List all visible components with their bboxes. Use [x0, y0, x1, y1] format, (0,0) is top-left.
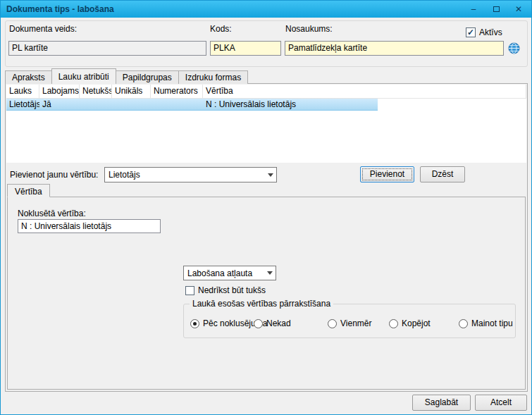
cell-unikals [112, 99, 151, 110]
add-value-label: Pievienot jaunu vērtību: [10, 170, 98, 180]
radio-vienmer[interactable]: Vienmēr [328, 318, 371, 328]
minimize-button[interactable]: – [462, 1, 485, 18]
radio-nekad[interactable]: Nekad [254, 318, 291, 328]
vertiba-panel: Noklusētā vērtība: N : Universālais liet… [7, 197, 526, 390]
kods-field[interactable]: PLKA [210, 41, 281, 56]
radio-label: Nekad [266, 318, 291, 328]
dokumenta-veids-field[interactable]: PL kartīte [8, 41, 206, 56]
overwrite-group-title: Laukā esošas vērtības pārrakstīšana [190, 299, 333, 309]
cell-labojams: Jā [39, 99, 80, 110]
tab-lauku-atributi[interactable]: Lauku atribūti [51, 68, 116, 84]
radio-icon [190, 319, 199, 328]
column-lauks[interactable]: Lauks [6, 85, 39, 99]
aktivs-checkbox[interactable]: Aktīvs [466, 27, 502, 37]
radio-icon [389, 319, 398, 328]
column-numerators[interactable]: Numerators [151, 85, 203, 99]
main-tabs: Apraksts Lauku atribūti Papildgrupas Izd… [5, 69, 247, 84]
cell-netukss [80, 99, 112, 110]
not-empty-label: Nedrīkst būt tukšs [198, 285, 266, 295]
chevron-down-icon [264, 266, 276, 280]
nosaukums-field[interactable]: Pamatlīdzekļa kartīte [285, 41, 504, 56]
atcelt-button[interactable]: Atcelt [475, 395, 527, 411]
radio-icon [459, 319, 468, 328]
column-vertiba[interactable]: Vērtība [203, 85, 526, 99]
maximize-button[interactable] [485, 1, 507, 18]
pievienot-button[interactable]: Pievienot [360, 166, 414, 182]
edit-mode-combo[interactable]: Labošana atļauta [183, 266, 276, 280]
lauku-atributi-panel: Lauks Labojams Netukšs Unikāls Numerator… [5, 83, 528, 392]
fields-listview: Lauks Labojams Netukšs Unikāls Numerator… [6, 85, 526, 163]
aktivs-label: Aktīvs [479, 27, 502, 37]
add-value-combo[interactable]: Lietotājs [104, 167, 277, 182]
tab-apraksts[interactable]: Apraksts [5, 70, 52, 84]
not-empty-checkbox[interactable]: Nedrīkst būt tukšs [185, 285, 266, 295]
globe-icon[interactable] [508, 42, 520, 54]
dokumenta-veids-label: Dokumenta veids: [9, 24, 77, 34]
column-labojams[interactable]: Labojams [39, 85, 80, 99]
close-button[interactable]: ✕ [507, 1, 530, 18]
window-controls: – ✕ [462, 1, 530, 18]
radio-icon [254, 319, 263, 328]
radio-label: Vienmēr [340, 318, 371, 328]
cell-lauks: Lietotājs [6, 99, 39, 110]
radio-mainot-tipu[interactable]: Mainot tipu [459, 318, 513, 328]
table-row[interactable]: Lietotājs Jā N : Universālais lietotājs [6, 99, 378, 111]
kods-label: Kods: [210, 24, 232, 34]
radio-label: Kopējot [402, 318, 431, 328]
tab-vertiba[interactable]: Vērtība [7, 184, 50, 197]
saglabat-button[interactable]: Saglabāt [412, 395, 471, 411]
combo-selected-value: Labošana atļauta [184, 268, 264, 278]
cell-numerators [151, 99, 203, 110]
close-icon: ✕ [515, 4, 522, 14]
tab-papildgrupas[interactable]: Papildgrupas [116, 70, 179, 84]
overwrite-groupbox: Laukā esošas vērtības pārrakstīšana Pēc … [183, 304, 516, 338]
chevron-down-icon [264, 168, 276, 182]
radio-label: Mainot tipu [471, 318, 513, 328]
maximize-icon [493, 6, 500, 12]
combo-selected-value: Lietotājs [105, 170, 264, 180]
cell-vertiba: N : Universālais lietotājs [203, 99, 378, 110]
radio-kopejot[interactable]: Kopējot [389, 318, 431, 328]
dialog-window: Dokumenta tips - labošana – ✕ Dokumenta … [0, 0, 532, 415]
listview-header: Lauks Labojams Netukšs Unikāls Numerator… [6, 85, 526, 99]
checkbox-icon [185, 286, 194, 295]
checkbox-icon [466, 27, 476, 37]
column-netukss[interactable]: Netukšs [80, 85, 112, 99]
minimize-icon: – [471, 4, 476, 14]
dzest-button[interactable]: Dzēst [420, 166, 465, 182]
default-value-label: Noklusētā vērtība: [18, 209, 86, 218]
tab-izdruku-formas[interactable]: Izdruku formas [178, 70, 248, 84]
column-unikals[interactable]: Unikāls [112, 85, 151, 99]
title-bar: Dokumenta tips - labošana – ✕ [1, 1, 531, 18]
nosaukums-label: Nosaukums: [285, 24, 333, 34]
radio-icon [328, 319, 337, 328]
window-title: Dokumenta tips - labošana [6, 4, 114, 14]
default-value-field[interactable]: N : Universālais lietotājs [18, 219, 161, 233]
